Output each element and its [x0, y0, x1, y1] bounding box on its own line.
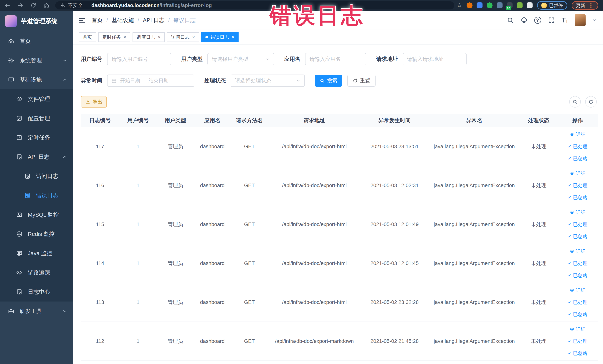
fullscreen-icon[interactable]	[548, 17, 555, 24]
extension-green-y-icon[interactable]	[487, 2, 493, 8]
bookmark-star-icon[interactable]: ☆	[457, 2, 462, 8]
user-type-select[interactable]: 请选择用户类型	[208, 53, 274, 65]
user-menu-caret-icon[interactable]	[592, 18, 597, 23]
extension-grid-icon[interactable]	[497, 2, 502, 8]
mark-ignored-link[interactable]: ✓已忽略	[568, 155, 587, 162]
sidebar-item-首页[interactable]: 首页	[0, 32, 73, 51]
app-logo[interactable]: 芋道管理系统	[0, 11, 73, 32]
cell-user_type: 管理员	[157, 283, 194, 322]
tab-close-icon[interactable]: ×	[232, 35, 234, 39]
font-size-icon[interactable]: TT	[562, 17, 568, 23]
mark-processed-link[interactable]: ✓已处理	[568, 143, 587, 150]
mark-processed-link[interactable]: ✓已处理	[568, 260, 587, 267]
sidebar-item-访问日志[interactable]: 访问日志	[0, 166, 73, 186]
sidebar-item-mysql-监控[interactable]: MySQL 监控	[0, 205, 73, 224]
column-header: 用户类型	[157, 114, 194, 127]
extension-plant-icon[interactable]	[517, 2, 522, 8]
mark-ignored-link[interactable]: ✓已忽略	[568, 311, 587, 318]
security-label[interactable]: 不安全	[68, 2, 83, 9]
mark-processed-link[interactable]: ✓已处理	[568, 338, 587, 344]
sidebar-item-研发工具[interactable]: 研发工具	[0, 302, 73, 321]
tab-首页[interactable]: 首页	[79, 32, 96, 42]
tab-访问日志[interactable]: 访问日志×	[167, 32, 199, 42]
user-avatar[interactable]	[575, 14, 586, 26]
chrome-update-button[interactable]: 更新 ⋮	[572, 1, 598, 10]
tab-close-icon[interactable]: ×	[123, 35, 126, 39]
tab-定时任务[interactable]: 定时任务×	[98, 32, 130, 42]
detail-link[interactable]: 详细	[570, 170, 586, 177]
page-url[interactable]: dashboard.yudao.iocoder.cn/infra/log/api…	[91, 3, 212, 8]
cell-method: GET	[231, 166, 268, 205]
app-name-input[interactable]	[305, 53, 366, 65]
detail-link[interactable]: 详细	[570, 287, 586, 294]
sidebar-item-定时任务[interactable]: 定时任务	[0, 128, 73, 147]
sidebar-item-基础设施[interactable]: 基础设施	[0, 70, 73, 89]
sidebar-item-系统管理[interactable]: 系统管理	[0, 51, 73, 70]
reset-button[interactable]: 重置	[347, 75, 376, 87]
tab-错误日志[interactable]: 错误日志×	[201, 32, 239, 42]
export-button[interactable]: 导出	[81, 96, 107, 107]
breadcrumb-item[interactable]: 基础设施	[112, 16, 134, 24]
hide-search-button[interactable]	[569, 96, 581, 107]
forward-icon[interactable]	[17, 2, 24, 9]
cell-method: GET	[231, 322, 268, 361]
mark-ignored-link[interactable]: ✓已忽略	[568, 272, 587, 279]
mark-ignored-link[interactable]: ✓已忽略	[568, 350, 587, 357]
table-row: 1171管理员dashboardGET/api/infra/db-doc/exp…	[81, 127, 598, 166]
breadcrumb-item[interactable]: API 日志	[143, 16, 165, 24]
chrome-menu-icon[interactable]: ⋮	[588, 2, 594, 9]
mark-ignored-link[interactable]: ✓已忽略	[568, 194, 587, 201]
sidebar-item-错误日志[interactable]: 错误日志	[0, 186, 73, 205]
extension-on-badge: on	[506, 6, 511, 10]
sidebar-item-redis-监控[interactable]: Redis 监控	[0, 224, 73, 244]
insecure-warning-icon[interactable]	[60, 3, 65, 8]
cell-method: GET	[231, 127, 268, 166]
search-button[interactable]: 搜索	[315, 75, 342, 87]
detail-link[interactable]: 详细	[570, 131, 586, 138]
tab-close-icon[interactable]: ×	[192, 35, 195, 39]
extension-orange-target-icon[interactable]	[467, 2, 473, 8]
cell-actions: 详细✓已处理✓已忽略	[557, 127, 598, 166]
tab-close-icon[interactable]: ×	[158, 35, 161, 39]
collapse-sidebar-icon[interactable]	[78, 16, 86, 24]
github-icon[interactable]	[521, 17, 528, 24]
profile-paused-badge[interactable]: 已暂停	[537, 1, 567, 10]
row-actions: 详细✓已处理✓已忽略	[557, 131, 598, 162]
back-icon[interactable]	[4, 2, 11, 9]
detail-link[interactable]: 详细	[570, 326, 586, 332]
extension-puzzle-icon[interactable]	[527, 2, 533, 8]
detail-link[interactable]: 详细	[570, 248, 586, 255]
user-id-input[interactable]	[107, 53, 171, 65]
breadcrumb-item[interactable]: 首页	[92, 16, 103, 24]
cell-exception: java.lang.IllegalArgumentException	[428, 127, 520, 166]
mark-processed-link[interactable]: ✓已处理	[568, 182, 587, 189]
sidebar-item-java-监控[interactable]: Java 监控	[0, 244, 73, 263]
request-url-input[interactable]	[403, 53, 467, 65]
cell-user_type: 管理员	[157, 205, 194, 244]
search-icon[interactable]	[507, 17, 514, 24]
extension-dark-on-icon[interactable]: on	[507, 2, 512, 8]
exception-time-range-picker[interactable]: 开始日期 - 结束日期	[107, 75, 194, 87]
chevron-down-icon	[62, 58, 67, 63]
sidebar-item-文件管理[interactable]: 文件管理	[0, 89, 73, 109]
mark-ignored-link[interactable]: ✓已忽略	[568, 233, 587, 240]
sidebar-item-api-日志[interactable]: API 日志	[0, 147, 73, 166]
home-icon[interactable]	[43, 2, 50, 9]
process-status-select[interactable]: 请选择处理状态	[231, 75, 305, 87]
mark-processed-link[interactable]: ✓已处理	[568, 221, 587, 228]
mark-processed-link[interactable]: ✓已处理	[568, 299, 587, 305]
cell-user_type: 管理员	[157, 166, 194, 205]
sidebar-item-日志中心[interactable]: 日志中心	[0, 282, 73, 302]
cell-status: 未处理	[520, 244, 557, 283]
detail-link[interactable]: 详细	[570, 209, 586, 216]
user-id-label: 用户编号	[81, 55, 102, 63]
extension-blue-shield-icon[interactable]	[476, 2, 483, 8]
tab-调度日志[interactable]: 调度日志×	[133, 32, 165, 42]
refresh-table-button[interactable]	[585, 96, 597, 107]
url-bar[interactable]: 不安全 dashboard.yudao.iocoder.cn/infra/log…	[55, 1, 454, 10]
sidebar-item-配置管理[interactable]: 配置管理	[0, 109, 73, 128]
reload-icon[interactable]	[30, 2, 37, 9]
help-icon[interactable]: ?	[534, 17, 541, 24]
sidebar-item-链路追踪[interactable]: 链路追踪	[0, 263, 73, 282]
sidebar-item-label: Redis 监控	[28, 230, 55, 238]
